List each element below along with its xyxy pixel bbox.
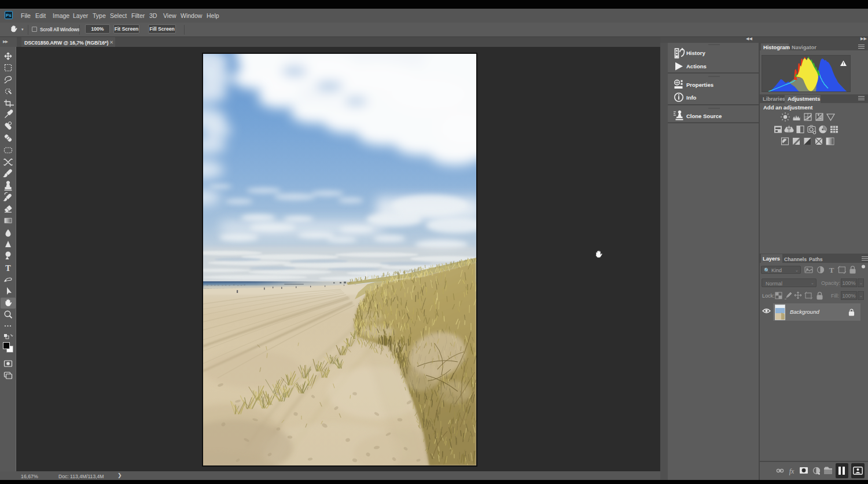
svg-text:T: T	[829, 266, 834, 274]
svg-text:T: T	[5, 264, 11, 273]
svg-text:fx: fx	[789, 467, 795, 475]
